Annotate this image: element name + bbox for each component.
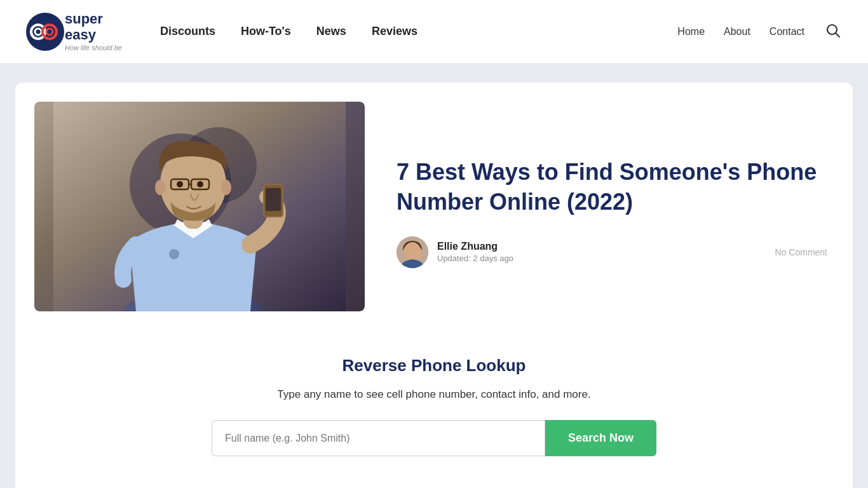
nav-about[interactable]: About	[724, 26, 750, 37]
logo-link[interactable]: super easy How life should be	[25, 11, 122, 51]
name-search-input[interactable]	[212, 420, 545, 456]
nav-contact[interactable]: Contact	[770, 26, 804, 37]
svg-point-11	[169, 249, 179, 259]
svg-point-14	[155, 180, 165, 195]
article-image	[34, 102, 365, 311]
page-content: 7 Best Ways to Find Someone's Phone Numb…	[0, 64, 868, 488]
lookup-title: Reverse Phone Lookup	[53, 356, 815, 376]
lookup-description: Type any name to see cell phone number, …	[53, 388, 815, 401]
search-button[interactable]	[824, 21, 843, 42]
svg-line-6	[836, 34, 840, 37]
svg-point-20	[197, 181, 203, 187]
logo-easy: easy	[65, 27, 122, 43]
lookup-section: Reverse Phone Lookup Type any name to se…	[15, 330, 853, 488]
logo-text: super easy How life should be	[65, 11, 122, 51]
search-icon	[826, 24, 840, 37]
article-card: 7 Best Ways to Find Someone's Phone Numb…	[15, 83, 853, 488]
lookup-form: Search Now	[212, 420, 656, 456]
author-row: Ellie Zhuang Updated: 2 days ago No Comm…	[397, 236, 827, 268]
author-updated: Updated: 2 days ago	[437, 254, 766, 263]
author-info: Ellie Zhuang Updated: 2 days ago	[437, 241, 766, 263]
logo-super: super	[65, 11, 122, 27]
avatar-image	[397, 236, 428, 268]
article-meta: 7 Best Ways to Find Someone's Phone Numb…	[384, 83, 853, 330]
author-name: Ellie Zhuang	[437, 241, 766, 252]
main-navigation: Discounts How-To's News Reviews	[160, 25, 677, 38]
right-navigation: Home About Contact	[677, 21, 843, 42]
search-now-button[interactable]: Search Now	[545, 420, 656, 456]
author-avatar	[397, 236, 428, 268]
svg-point-15	[221, 180, 231, 195]
nav-home[interactable]: Home	[677, 26, 705, 37]
nav-reviews[interactable]: Reviews	[372, 25, 417, 38]
article-top: 7 Best Ways to Find Someone's Phone Numb…	[15, 83, 853, 330]
logo-icon	[25, 12, 65, 51]
logo-tagline: How life should be	[65, 44, 122, 51]
site-header: super easy How life should be Discounts …	[0, 0, 868, 64]
nav-discounts[interactable]: Discounts	[160, 25, 215, 38]
svg-rect-24	[266, 188, 281, 211]
tagline-text: How life	[65, 44, 92, 51]
article-title: 7 Best Ways to Find Someone's Phone Numb…	[397, 158, 827, 217]
nav-news[interactable]: News	[316, 25, 346, 38]
tagline-italic: should be	[92, 44, 122, 51]
nav-howtos[interactable]: How-To's	[241, 25, 291, 38]
article-image-wrap	[34, 102, 365, 311]
svg-point-19	[177, 181, 183, 187]
no-comment-label: No Comment	[775, 247, 827, 257]
article-illustration	[53, 102, 346, 311]
